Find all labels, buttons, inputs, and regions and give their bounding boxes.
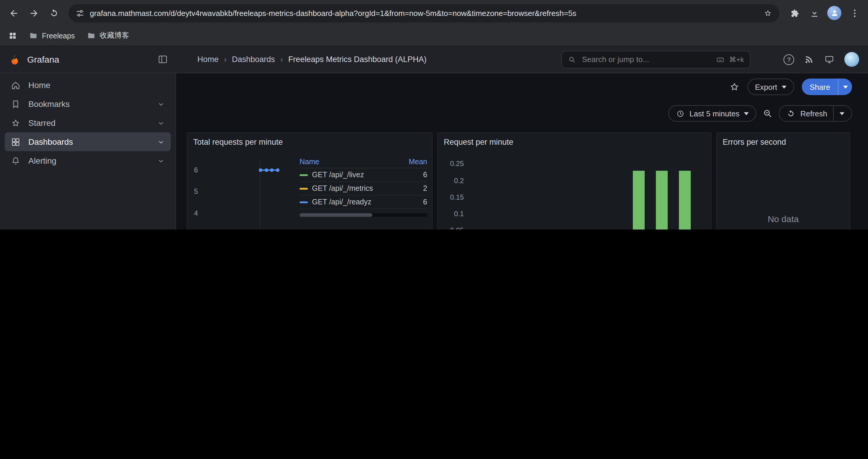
folder-icon — [87, 31, 95, 40]
bar-2xx — [633, 171, 645, 230]
sidebar-item-alerting[interactable]: Alerting — [5, 151, 171, 170]
url-input[interactable] — [90, 8, 758, 18]
sidebar-item-dashboards[interactable]: Dashboards — [5, 132, 171, 151]
folder-icon — [29, 31, 38, 40]
bookmark-folder-freeleaps[interactable]: Freeleaps — [29, 31, 75, 40]
data-point — [276, 168, 279, 172]
sidebar-item-label: Dashboards — [28, 137, 73, 146]
url-bar[interactable] — [68, 4, 779, 22]
chevron-down-icon[interactable] — [157, 157, 165, 165]
legend-row[interactable]: GET /api/_/readyz 6 — [300, 196, 427, 209]
dashboards-grid-icon — [11, 137, 21, 147]
legend-col-mean[interactable]: Mean — [398, 157, 427, 166]
browser-menu-button[interactable] — [845, 4, 863, 22]
panel-toggle-icon — [158, 54, 168, 64]
series-swatch — [300, 174, 308, 176]
data-point — [270, 168, 274, 172]
refresh-label: Refresh — [800, 109, 827, 118]
header-icons: ? — [783, 52, 859, 67]
series-mean: 6 — [398, 171, 427, 179]
breadcrumb-separator: › — [280, 55, 283, 64]
sidebar-item-bookmarks[interactable]: Bookmarks — [5, 95, 171, 113]
scrollbar-thumb[interactable] — [300, 213, 372, 217]
y-tick: 4 — [187, 209, 198, 218]
share-button[interactable]: Share — [802, 78, 852, 95]
zoom-out-button[interactable] — [763, 108, 773, 119]
browser-profile-avatar — [827, 6, 841, 20]
screen: Freeleaps 收藏博客 Grafana Home › Dashboards… — [0, 0, 868, 230]
forward-icon — [29, 8, 39, 18]
legend-header: Name Mean — [300, 155, 427, 168]
breadcrumb-separator: › — [224, 55, 226, 64]
button-divider — [833, 106, 834, 121]
apps-grid-icon[interactable] — [8, 31, 17, 40]
series-mean: 2 — [398, 184, 427, 193]
forward-button[interactable] — [25, 4, 42, 22]
series-line-readyz — [260, 169, 278, 171]
site-info-icon[interactable] — [75, 8, 85, 18]
back-button[interactable] — [5, 4, 23, 22]
time-toolbar: Last 5 minutes Refresh — [668, 105, 852, 122]
data-point — [259, 168, 262, 172]
export-button[interactable]: Export — [747, 78, 794, 95]
search-icon — [568, 55, 576, 64]
help-icon[interactable]: ? — [783, 54, 794, 65]
search-box[interactable]: ⌘+k — [561, 51, 750, 68]
browser-toolbar — [0, 0, 868, 26]
sidebar-item-label: Starred — [28, 118, 56, 128]
star-icon — [11, 118, 21, 128]
monitor-icon[interactable] — [824, 54, 834, 64]
bookmark-star-icon[interactable] — [764, 8, 772, 18]
no-data-message: No data — [717, 214, 850, 224]
breadcrumb-dashboards[interactable]: Dashboards — [232, 55, 275, 64]
extensions-button[interactable] — [785, 4, 803, 22]
panel-title[interactable]: Request per minute — [444, 138, 514, 146]
caret-down-icon[interactable] — [840, 112, 844, 115]
favorite-dashboard-button[interactable] — [729, 81, 740, 92]
reload-button[interactable] — [45, 4, 63, 22]
grafana-header: Grafana Home › Dashboards › Freeleaps Me… — [0, 46, 868, 73]
refresh-button[interactable]: Refresh — [779, 105, 852, 122]
time-range-label: Last 5 minutes — [689, 109, 740, 118]
series-name: GET /api/_/readyz — [312, 198, 371, 206]
dashboard-actions: Export Share — [729, 78, 852, 95]
browser-profile-button[interactable] — [826, 4, 843, 22]
dashboard-canvas: Export Share Last 5 minutes Refresh — [176, 73, 868, 230]
reload-icon — [49, 8, 59, 18]
legend-col-name[interactable]: Name — [300, 157, 398, 166]
legend-row[interactable]: GET /api/_/livez 6 — [300, 168, 427, 182]
breadcrumb-current: Freeleaps Metrics Dashboard (ALPHA) — [288, 55, 427, 64]
sidebar-toggle-button[interactable] — [158, 54, 168, 64]
breadcrumb: Home › Dashboards › Freeleaps Metrics Da… — [197, 55, 427, 64]
time-range-picker[interactable]: Last 5 minutes — [668, 105, 756, 122]
bell-icon — [11, 156, 21, 166]
sidebar: Home Bookmarks Starred Dashboards Alerti… — [0, 73, 176, 230]
panel-title[interactable]: Total requests per minute — [193, 138, 283, 146]
y-tick: 0.2 — [438, 177, 464, 185]
sidebar-item-home[interactable]: Home — [5, 76, 171, 95]
panel-title[interactable]: Errors per second — [723, 138, 786, 146]
user-avatar[interactable] — [844, 52, 859, 67]
bookmark-label: 收藏博客 — [99, 31, 129, 41]
share-caret-button[interactable] — [838, 78, 852, 95]
panel-request-per-minute: Request per minute 0.25 0.2 0.15 0.1 0.0… — [437, 132, 711, 230]
series-mean: 6 — [398, 198, 427, 206]
refresh-icon — [787, 109, 796, 118]
bookmark-folder-blogs[interactable]: 收藏博客 — [87, 31, 129, 41]
bookmark-icon — [11, 99, 21, 109]
chevron-down-icon[interactable] — [157, 119, 165, 127]
legend-row[interactable]: GET /api/_/metrics 2 — [300, 182, 427, 196]
breadcrumb-home[interactable]: Home — [197, 55, 219, 64]
sidebar-item-starred[interactable]: Starred — [5, 113, 171, 132]
legend-scrollbar[interactable] — [300, 213, 427, 217]
chevron-down-icon[interactable] — [157, 138, 165, 145]
chevron-down-icon[interactable] — [157, 100, 165, 108]
y-tick: 0.15 — [438, 193, 464, 201]
bar-2xx — [656, 171, 668, 230]
sidebar-item-label: Bookmarks — [28, 99, 70, 109]
rss-icon[interactable] — [804, 54, 814, 64]
y-tick: 5 — [187, 187, 198, 196]
star-outline-icon — [729, 81, 740, 92]
search-input[interactable] — [581, 54, 711, 64]
downloads-button[interactable] — [805, 4, 823, 22]
